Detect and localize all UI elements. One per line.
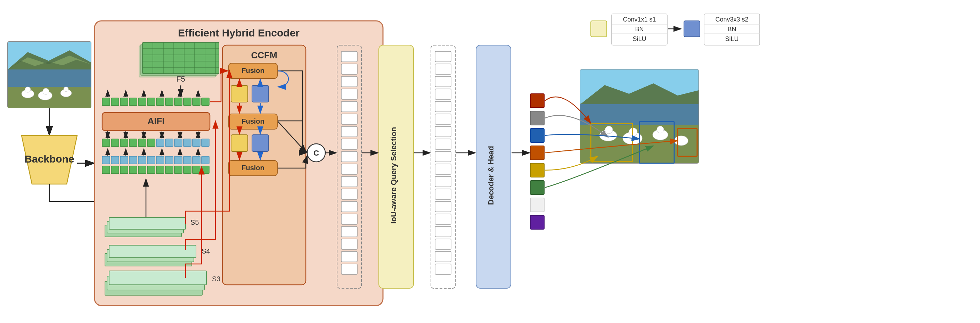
svg-rect-50 [202,139,209,147]
svg-rect-71 [175,166,182,174]
yellow-sq-2 [231,135,248,151]
svg-rect-40 [111,139,119,147]
feat-cell-2 [435,201,451,212]
svg-rect-70 [165,166,173,174]
svg-rect-51 [102,156,110,164]
backbone-label: Backbone [24,153,74,165]
svg-rect-28 [111,98,119,106]
svg-point-93 [629,128,637,136]
fusion-label-2: Fusion [242,117,264,125]
diagram-svg: Backbone Efficient Hybrid Encoder [0,0,980,323]
out-box-7 [530,198,544,212]
feat-cell-2 [435,51,451,62]
svg-rect-33 [156,98,164,106]
feat-cell-2 [435,189,451,200]
svg-point-7 [25,87,30,92]
encoder-title: Efficient Hybrid Encoder [178,27,299,38]
svg-rect-74 [202,166,209,174]
svg-rect-63 [102,166,110,174]
svg-rect-45 [156,139,164,147]
feat-cell-2 [435,239,451,249]
svg-rect-83 [109,217,186,229]
svg-rect-60 [183,156,191,164]
input-image [8,42,91,108]
feat-cell [341,252,357,262]
svg-rect-46 [165,139,173,147]
svg-rect-72 [183,166,191,174]
feat-cell [341,101,357,112]
feat-cell-2 [435,252,451,262]
svg-rect-44 [147,139,155,147]
blue-sq-2 [252,135,269,151]
svg-point-9 [43,88,49,95]
svg-point-95 [657,126,664,133]
feat-cell-2 [435,214,451,224]
svg-rect-67 [138,166,146,174]
svg-rect-15 [143,43,219,74]
feat-cell-2 [435,76,451,87]
feat-cell-2 [435,139,451,149]
blue-sq-1 [252,86,269,102]
svg-rect-29 [120,98,128,106]
feat-cell [341,226,357,237]
svg-rect-42 [129,139,137,147]
svg-rect-47 [175,139,182,147]
svg-rect-31 [138,98,146,106]
feat-cell-2 [435,176,451,187]
f5-label: F5 [176,75,185,83]
svg-rect-41 [120,139,128,147]
feat-cell [341,151,357,162]
svg-rect-69 [156,166,164,174]
svg-rect-38 [202,98,209,106]
svg-rect-53 [120,156,128,164]
svg-point-91 [605,126,612,134]
out-box-2 [530,111,544,125]
s5-label: S5 [191,218,199,226]
legend-silu2: SiLU [725,35,738,43]
feat-cell-2 [435,264,451,274]
svg-rect-36 [183,98,191,106]
s3-label: S3 [212,275,220,283]
legend-conv3x3: Conv3x3 s2 [715,16,748,23]
out-box-1 [530,94,544,108]
svg-rect-43 [138,139,146,147]
out-box-8 [530,215,544,229]
svg-rect-57 [156,156,164,164]
feat-cell [341,139,357,149]
feat-cell [341,64,357,74]
feat-cell-2 [435,114,451,124]
yellow-sq-1 [231,86,248,102]
svg-rect-56 [147,156,155,164]
fusion-label-3: Fusion [242,164,264,172]
feat-cell-2 [435,101,451,112]
output-image [581,70,698,163]
svg-rect-80 [109,245,196,258]
feat-cell [341,264,357,274]
feat-cell-2 [435,151,451,162]
feat-cell [341,114,357,124]
svg-rect-49 [192,139,200,147]
feat-cell [341,239,357,249]
feat-cell [341,127,357,137]
feat-cell [341,214,357,224]
svg-rect-30 [129,98,137,106]
svg-rect-77 [109,271,207,285]
svg-rect-61 [192,156,200,164]
f5-feature-map: F5 [139,43,219,83]
out-box-5 [530,163,544,177]
out-box-3 [530,128,544,142]
feat-cell-2 [435,64,451,74]
svg-rect-54 [129,156,137,164]
svg-rect-65 [120,166,128,174]
svg-rect-62 [202,156,209,164]
fusion-label-1: Fusion [242,66,264,74]
legend-yellow-icon [591,21,607,37]
legend-bn2: BN [727,26,736,33]
aifi-label: AIFI [147,116,164,126]
out-box-6 [530,180,544,195]
feat-cell [341,89,357,99]
architecture-diagram: Backbone Efficient Hybrid Encoder [0,0,980,323]
iou-label: IoU-aware Query Selection [389,127,398,224]
s4-label: S4 [202,247,210,255]
svg-rect-34 [165,98,173,106]
